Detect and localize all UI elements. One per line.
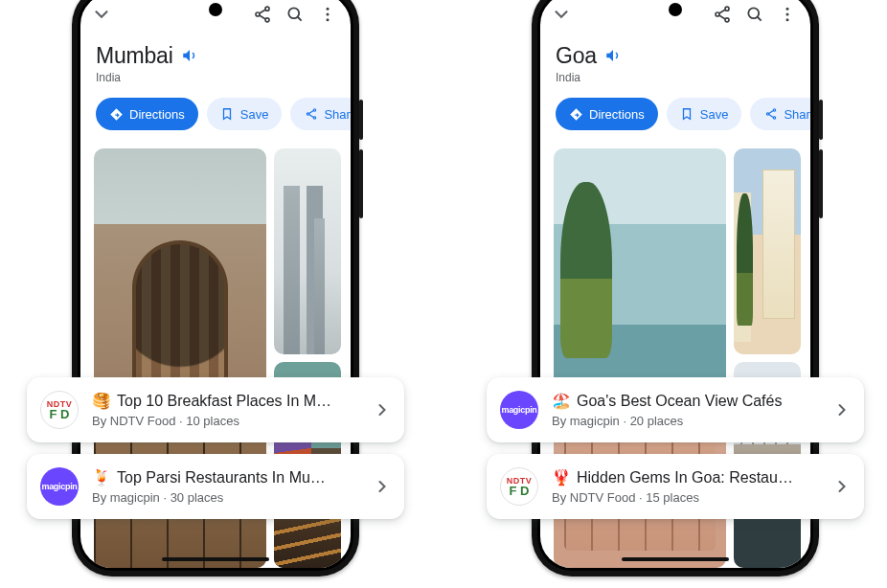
svg-line-14 [309,115,314,118]
publisher-avatar-ndtv-food: NDTV F D [40,391,79,429]
directions-icon [569,107,583,122]
svg-line-13 [309,111,314,114]
share-button[interactable]: Share [750,98,810,130]
photo-thumb[interactable] [734,148,801,354]
list-byline: By magicpin · 30 places [92,490,356,505]
side-button [359,100,363,140]
share-icon[interactable] [249,1,276,28]
list-card[interactable]: NDTV F D 🦞 Hidden Gems In Goa: Restau… B… [487,454,864,519]
publisher-avatar-magicpin: magicpin [40,467,79,506]
place-title: Mumbai [96,43,173,69]
place-subtitle: India [96,71,335,84]
front-camera [209,3,222,16]
svg-line-4 [260,15,266,19]
directions-button[interactable]: Directions [96,98,198,130]
list-emoji-icon: 🥞 [92,392,111,410]
svg-point-9 [327,18,330,21]
directions-label: Directions [589,107,645,122]
directions-icon [109,107,124,122]
list-emoji-icon: 🏖️ [552,392,571,410]
chevron-right-icon [370,400,395,419]
svg-point-15 [725,7,729,11]
svg-point-8 [327,13,330,16]
search-icon[interactable] [282,1,308,28]
side-button [359,149,363,218]
search-icon[interactable] [741,1,768,28]
curated-lists-goa: magicpin 🏖️ Goa's Best Ocean View Cafés … [487,377,864,519]
chevron-right-icon [370,477,395,496]
svg-point-17 [725,18,729,22]
chevron-right-icon [830,477,854,496]
publisher-avatar-magicpin: magicpin [500,391,538,429]
directions-button[interactable]: Directions [556,98,658,130]
svg-line-18 [719,10,726,13]
svg-line-29 [769,115,774,118]
svg-point-22 [786,8,789,11]
svg-point-23 [786,13,789,16]
save-button[interactable]: Save [207,98,283,130]
front-camera [669,3,682,16]
collapse-sheet-icon[interactable] [550,3,573,26]
save-label: Save [240,107,269,122]
share-icon [304,107,318,122]
bookmark-icon [220,107,235,122]
svg-line-28 [769,111,774,114]
svg-point-2 [265,18,269,22]
collapse-sheet-icon[interactable] [90,3,113,26]
list-title: Hidden Gems In Goa: Restau… [577,469,816,486]
svg-point-0 [265,7,269,11]
place-title: Goa [556,43,597,69]
svg-point-12 [313,117,315,119]
svg-point-16 [716,12,719,16]
list-card[interactable]: magicpin 🍹 Top Parsi Restaurants In Mu… … [27,454,404,519]
share-icon [763,107,778,122]
svg-point-11 [307,113,308,115]
photo-thumb[interactable] [274,148,341,354]
svg-point-10 [313,109,315,111]
list-title: Goa's Best Ocean View Cafés [577,393,816,410]
svg-line-19 [719,15,726,19]
pronounce-icon[interactable] [604,47,624,66]
pronounce-icon[interactable] [181,47,200,66]
curated-lists-mumbai: NDTV F D 🥞 Top 10 Breakfast Places In M…… [27,377,404,519]
svg-point-24 [786,18,789,21]
side-button [819,149,823,218]
svg-point-25 [773,109,775,111]
list-card[interactable]: NDTV F D 🥞 Top 10 Breakfast Places In M…… [27,377,404,442]
list-card[interactable]: magicpin 🏖️ Goa's Best Ocean View Cafés … [487,377,864,442]
svg-line-21 [758,17,762,21]
list-emoji-icon: 🦞 [552,468,571,486]
publisher-avatar-ndtv-food: NDTV F D [500,467,538,506]
svg-point-7 [327,8,330,11]
svg-point-1 [256,12,260,16]
list-emoji-icon: 🍹 [92,468,111,486]
list-title: Top Parsi Restaurants In Mu… [117,469,356,486]
list-byline: By magicpin · 20 places [552,414,816,428]
bookmark-icon [680,107,694,122]
overflow-menu-icon[interactable] [314,1,341,28]
side-button [819,100,823,140]
gesture-bar [162,557,269,561]
share-icon[interactable] [709,1,736,28]
share-label: Share [324,107,351,122]
svg-point-27 [773,117,775,119]
gesture-bar [622,557,729,561]
svg-point-26 [766,113,768,115]
list-byline: By NDTV Food · 10 places [92,414,356,428]
list-title: Top 10 Breakfast Places In M… [117,393,356,410]
share-label: Share [784,107,810,122]
share-button[interactable]: Share [290,98,351,130]
directions-label: Directions [129,107,185,122]
svg-line-3 [260,10,266,13]
chevron-right-icon [830,400,854,419]
overflow-menu-icon[interactable] [774,1,801,28]
svg-line-6 [298,17,302,21]
place-subtitle: India [556,71,795,84]
list-byline: By NDTV Food · 15 places [552,490,816,505]
save-button[interactable]: Save [667,98,742,130]
save-label: Save [700,107,729,122]
